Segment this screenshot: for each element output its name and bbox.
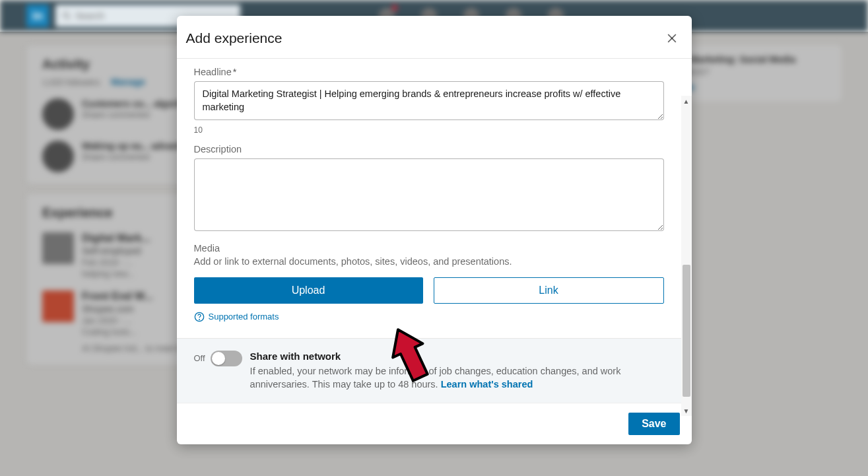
- headline-input[interactable]: [194, 81, 664, 120]
- share-network-section: Off Share with network If enabled, your …: [177, 338, 692, 403]
- search-icon: [62, 11, 71, 20]
- modal-header: Add experience: [177, 16, 692, 59]
- share-toggle[interactable]: [211, 351, 242, 366]
- headline-char-count: 10: [194, 125, 664, 135]
- modal-body[interactable]: Headline* 10 Description Media Add or li…: [177, 59, 681, 338]
- toggle-state-label: Off: [194, 353, 205, 363]
- learn-shared-link[interactable]: Learn what's shared: [441, 379, 533, 390]
- linkedin-logo[interactable]: in: [26, 5, 49, 27]
- media-label: Media: [194, 243, 664, 254]
- svg-point-5: [199, 319, 199, 320]
- media-help-text: Add or link to external documents, photo…: [194, 256, 664, 267]
- scroll-up-arrow[interactable]: ▲: [681, 96, 692, 106]
- scroll-down-arrow[interactable]: ▼: [681, 405, 692, 416]
- upload-button[interactable]: Upload: [194, 277, 423, 304]
- close-button[interactable]: [661, 28, 683, 49]
- search-placeholder: Search: [75, 11, 104, 21]
- toggle-thumb: [212, 352, 225, 365]
- description-input[interactable]: [194, 158, 664, 231]
- supported-formats-link[interactable]: Supported formats: [194, 312, 664, 322]
- close-icon: [665, 32, 679, 45]
- supported-formats-text: Supported formats: [209, 312, 279, 322]
- share-description: If enabled, your network may be informed…: [250, 364, 675, 391]
- media-section: Media Add or link to external documents,…: [194, 243, 664, 322]
- svg-line-1: [68, 17, 71, 20]
- headline-label: Headline*: [194, 67, 664, 77]
- link-button[interactable]: Link: [434, 277, 664, 304]
- svg-point-0: [63, 13, 69, 18]
- description-label: Description: [194, 144, 664, 154]
- scrollbar-track[interactable]: ▲ ▼: [681, 96, 692, 416]
- help-icon: [194, 312, 205, 322]
- add-experience-modal: Add experience Headline* 10 Description …: [177, 16, 692, 444]
- modal-title: Add experience: [186, 30, 283, 46]
- description-group: Description: [194, 144, 664, 234]
- share-title: Share with network: [250, 351, 675, 362]
- save-button[interactable]: Save: [628, 413, 679, 435]
- modal-footer: Save: [177, 403, 692, 444]
- headline-group: Headline* 10: [194, 67, 664, 135]
- scrollbar-thumb[interactable]: [683, 265, 690, 397]
